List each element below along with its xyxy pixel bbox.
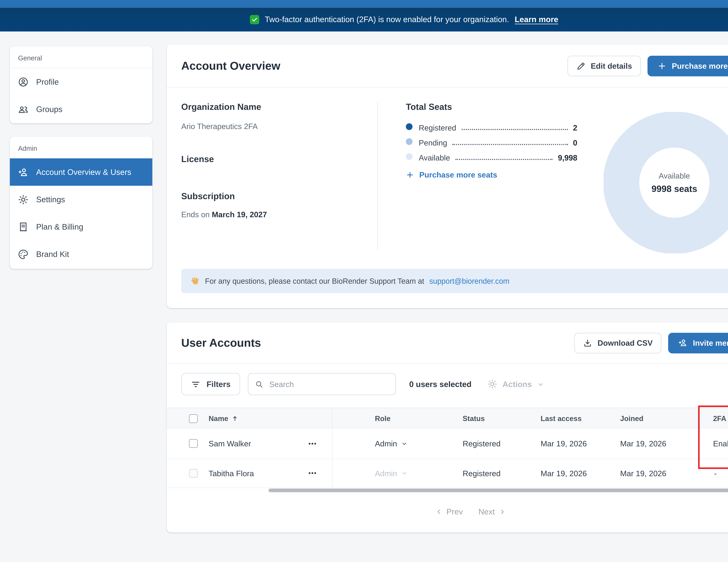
org-name-value: Ario Therapeutics 2FA <box>181 121 367 131</box>
sidebar-admin-card: Admin Account Overview & Users Settings … <box>10 137 152 269</box>
sidebar-item-brand-kit[interactable]: Brand Kit <box>10 241 152 268</box>
section-title: User Accounts <box>181 336 261 349</box>
subscription-ends-on: Ends on March 19, 2027 <box>181 210 367 219</box>
column-label: Status <box>463 414 485 423</box>
donut-center-value: 9998 seats <box>651 184 697 194</box>
table-row: Tabitha Flora Admin Registered Mar 19, 2… <box>167 459 728 488</box>
prev-page-button[interactable]: Prev <box>435 507 463 516</box>
chevron-left-icon <box>435 508 442 515</box>
banner-message: Two-factor authentication (2FA) is now e… <box>265 15 509 24</box>
palette-icon <box>18 249 29 260</box>
download-icon <box>583 338 592 347</box>
column-label: Last access <box>541 414 582 423</box>
chevron-down-icon <box>401 469 408 477</box>
org-name-label: Organization Name <box>181 102 367 113</box>
user-name: Sam Walker <box>209 428 251 459</box>
page-title: Account Overview <box>181 59 280 72</box>
sidebar-item-plan-billing[interactable]: Plan & Billing <box>10 213 152 241</box>
row-menu-button[interactable] <box>307 459 318 488</box>
legend-value: 2 <box>573 123 577 132</box>
purchase-more-seats-button[interactable]: Purchase more seats <box>647 55 728 76</box>
chevron-down-icon <box>401 440 408 447</box>
sidebar-item-account-overview-users[interactable]: Account Overview & Users <box>10 159 152 186</box>
person-add-icon <box>678 338 688 348</box>
support-text: For any questions, please contact our Bi… <box>205 277 424 285</box>
total-seats-label: Total Seats <box>406 102 577 113</box>
learn-more-link[interactable]: Learn more <box>515 15 558 24</box>
row-checkbox[interactable] <box>189 439 198 448</box>
total-seats-column: Total Seats Registered 2 Pending 0 Avail… <box>406 102 577 179</box>
role-select-disabled: Admin <box>375 469 408 477</box>
sidebar-item-label: Profile <box>36 77 59 86</box>
sidebar-item-groups[interactable]: Groups <box>10 95 152 123</box>
user-name: Tabitha Flora <box>209 459 254 488</box>
joined-cell: Mar 19, 2026 <box>620 428 666 459</box>
column-header-role: Role <box>375 408 391 429</box>
legend-value: 0 <box>573 138 577 147</box>
status-cell: Registered <box>463 428 501 459</box>
receipt-icon <box>18 221 29 233</box>
column-label: 2FA <box>713 414 726 423</box>
sidebar-general-card: General Profile Groups <box>10 46 152 123</box>
selected-users-count: 0 users selected <box>409 379 472 389</box>
edit-details-button[interactable]: Edit details <box>568 55 641 76</box>
invite-members-label: Invite members <box>693 338 728 347</box>
role-value: Admin <box>375 439 397 448</box>
registered-dot <box>406 123 412 130</box>
person-circle-icon <box>18 76 29 87</box>
filters-button[interactable]: Filters <box>181 373 240 395</box>
row-checkbox[interactable] <box>189 469 198 477</box>
column-label: Name <box>209 414 228 423</box>
chevron-down-icon <box>537 380 545 388</box>
legend-label: Available <box>419 153 450 162</box>
role-cell: Admin <box>375 428 408 459</box>
select-all-checkbox[interactable] <box>189 414 198 423</box>
plus-icon <box>406 171 414 179</box>
donut-center-label: Available <box>659 171 690 180</box>
select-all-checkbox-cell <box>189 408 198 429</box>
legend-value: 9,998 <box>558 153 577 162</box>
column-header-name[interactable]: Name <box>209 408 239 429</box>
donut-center: Available 9998 seats <box>604 112 728 254</box>
sidebar-item-profile[interactable]: Profile <box>10 68 152 95</box>
sidebar-admin-title: Admin <box>10 137 152 158</box>
row-menu-button[interactable] <box>307 428 318 459</box>
role-select[interactable]: Admin <box>375 439 408 448</box>
legend-label: Pending <box>419 138 447 147</box>
horizontal-scrollbar[interactable] <box>268 488 728 492</box>
table-toolbar: Filters 0 users selected Actions <box>181 373 728 395</box>
support-banner: For any questions, please contact our Bi… <box>181 269 728 293</box>
page: Two-factor authentication (2FA) is now e… <box>0 0 728 562</box>
ends-on-prefix: Ends on <box>181 210 210 219</box>
top-app-bar <box>0 0 728 8</box>
subscription-label: Subscription <box>181 192 367 202</box>
sidebar-item-label: Groups <box>36 105 62 114</box>
actions-dropdown[interactable]: Actions <box>487 379 545 389</box>
purchase-more-seats-link[interactable]: Purchase more seats <box>406 170 577 179</box>
2fa-status-cell: - <box>714 459 717 488</box>
pending-dot <box>406 138 412 145</box>
column-header-joined: Joined <box>620 408 643 429</box>
sidebar-item-label: Account Overview & Users <box>36 168 131 177</box>
prev-label: Prev <box>446 507 463 516</box>
edit-details-label: Edit details <box>591 61 632 70</box>
purchase-link-label: Purchase more seats <box>419 170 497 179</box>
sidebar-item-settings[interactable]: Settings <box>10 186 152 213</box>
support-email-link[interactable]: support@biorender.com <box>429 277 509 285</box>
next-page-button[interactable]: Next <box>478 507 506 516</box>
user-accounts-header: User Accounts Download CSV Invite member… <box>167 322 728 364</box>
subscription-end-date: March 19, 2027 <box>212 210 267 219</box>
pagination: Prev Next <box>167 504 728 519</box>
next-label: Next <box>478 507 495 516</box>
column-header-2fa: 2FA <box>713 408 728 429</box>
table-header-row: Name Role Status Last access Joined 2FA <box>167 408 728 428</box>
available-dot <box>406 153 412 160</box>
search-input[interactable] <box>268 379 389 389</box>
pencil-icon <box>576 61 586 70</box>
invite-members-button[interactable]: Invite members <box>668 332 728 353</box>
download-csv-button[interactable]: Download CSV <box>574 332 661 353</box>
account-overview-header: Account Overview Edit details Purchase m… <box>167 44 728 88</box>
2fa-status-cell: Enabled <box>713 428 728 459</box>
last-access-cell: Mar 19, 2026 <box>541 428 587 459</box>
row-checkbox-cell <box>189 428 198 459</box>
